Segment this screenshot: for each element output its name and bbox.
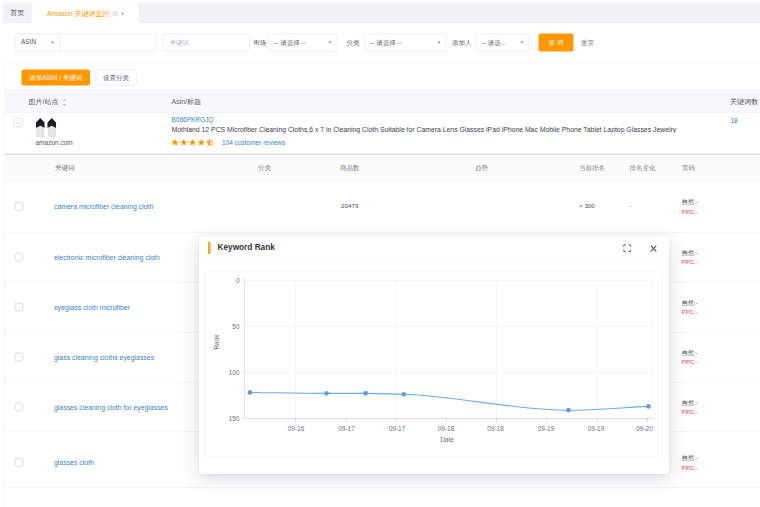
svg-text:150: 150 [229,415,240,422]
svg-text:09-19: 09-19 [588,425,605,432]
svg-text:09-17: 09-17 [389,425,406,432]
svg-text:Date: Date [440,436,454,443]
svg-text:09-19: 09-19 [538,425,555,432]
svg-text:09-16: 09-16 [288,425,305,432]
svg-text:0: 0 [236,277,240,284]
svg-text:09-20: 09-20 [636,425,653,432]
svg-text:100: 100 [229,369,240,376]
svg-text:Rank: Rank [213,334,220,350]
svg-text:09-18: 09-18 [438,425,455,432]
svg-text:09-17: 09-17 [338,425,355,432]
svg-text:09-18: 09-18 [487,425,504,432]
svg-text:50: 50 [232,323,240,330]
